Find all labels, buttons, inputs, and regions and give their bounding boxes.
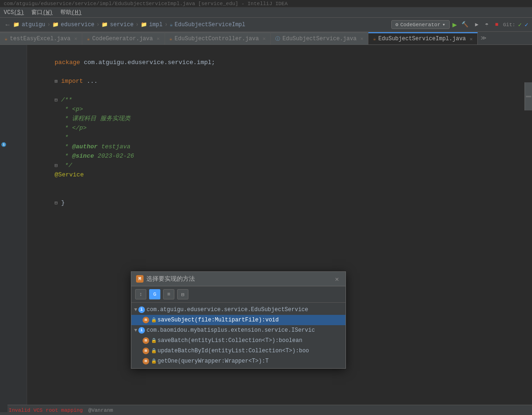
tree-label-updateBatch: updateBatchById(entityList:Collection<T>… — [158, 348, 309, 354]
sort-icon: ↕ — [139, 291, 143, 297]
modal-filter-button[interactable]: G — [149, 289, 160, 299]
tree-label-saveSubject: saveSubject(file:MultipartFile):void — [158, 317, 279, 323]
lock-icon-2: 🔒 — [151, 338, 157, 343]
tree-row-saveSubject[interactable]: m 🔒 saveSubject(file:MultipartFile):void — [131, 315, 345, 325]
tree-toggle-2: ▼ — [134, 328, 137, 333]
tree-label-getOne: getOne(queryWrapper:Wrapper<T>):T — [158, 358, 269, 364]
tree-label-section2: com.baomidou.mybatisplus.extension.servi… — [147, 327, 315, 334]
modal-title-bar: M 选择要实现的方法 ✕ — [131, 272, 345, 286]
tree-method-icon-4: m — [143, 358, 149, 364]
tree-label-saveBatch: saveBatch(entityList:Collection<T>):bool… — [158, 337, 302, 344]
implement-methods-dialog: M 选择要实现的方法 ✕ ↕ G ≡ ⊟ ▼ i — [131, 271, 346, 369]
filter-icon: G — [153, 291, 157, 297]
modal-title-text: 选择要实现的方法 — [146, 275, 195, 283]
modal-sort-button[interactable]: ↕ — [135, 289, 146, 299]
tree-method-icon-3: m — [143, 348, 149, 354]
tree-info-icon-2: i — [138, 327, 145, 334]
lock-icon-3: 🔒 — [151, 348, 157, 354]
lock-icon-1: 🔒 — [151, 317, 157, 323]
tree-info-icon-1: i — [138, 306, 145, 313]
tree-row-updateBatch[interactable]: m 🔒 updateBatchById(entityList:Collectio… — [131, 346, 345, 356]
modal-title: M 选择要实现的方法 — [136, 275, 195, 283]
modal-collapse-button[interactable]: ⊟ — [177, 289, 188, 299]
tree-method-icon-1: m — [143, 317, 149, 323]
tree-section-edusubject[interactable]: ▼ i com.atguigu.eduservice.service.EduSu… — [131, 305, 345, 315]
tree-section-iservice[interactable]: ▼ i com.baomidou.mybatisplus.extension.s… — [131, 325, 345, 335]
modal-close-button[interactable]: ✕ — [333, 275, 341, 283]
tree-method-icon-2: m — [143, 337, 149, 344]
modal-tree-body: ▼ i com.atguigu.eduservice.service.EduSu… — [131, 303, 345, 368]
modal-expand-button[interactable]: ≡ — [163, 289, 174, 299]
lock-icon-4: 🔒 — [151, 358, 157, 364]
modal-title-icon: M — [136, 275, 144, 283]
collapse-icon: ⊟ — [181, 291, 185, 298]
expand-icon: ≡ — [167, 291, 171, 297]
tree-row-getOne[interactable]: m 🔒 getOne(queryWrapper:Wrapper<T>):T — [131, 356, 345, 366]
tree-row-saveBatch[interactable]: m 🔒 saveBatch(entityList:Collection<T>):… — [131, 335, 345, 346]
modal-overlay: M 选择要实现的方法 ✕ ↕ G ≡ ⊟ ▼ i — [0, 0, 532, 415]
tree-label-section1: com.atguigu.eduservice.service.EduSubjec… — [147, 306, 309, 313]
modal-toolbar: ↕ G ≡ ⊟ — [131, 286, 345, 303]
tree-toggle-1: ▼ — [134, 307, 137, 313]
